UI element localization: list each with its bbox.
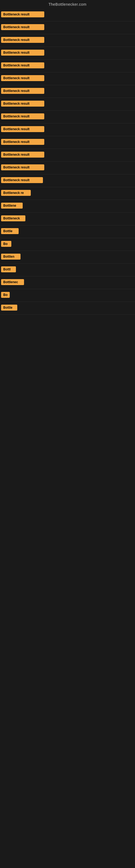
list-item: Bottlene	[0, 200, 135, 213]
bottleneck-result-badge[interactable]: Bottleneck result	[1, 139, 44, 145]
bottleneck-result-badge[interactable]: Bottleneck result	[1, 24, 44, 30]
list-item: Bottleneck result	[0, 98, 135, 111]
bottleneck-result-badge[interactable]: Bottleneck result	[1, 126, 44, 132]
bottleneck-result-badge[interactable]: Bottleneck result	[1, 37, 44, 43]
bottleneck-result-badge[interactable]: Bottleneck result	[1, 164, 44, 170]
bottleneck-result-badge[interactable]: Bottlene	[1, 203, 23, 209]
bottleneck-result-badge[interactable]: Bottle	[1, 305, 17, 311]
list-item: Bottleneck result	[0, 111, 135, 123]
list-item: Bottlen	[0, 251, 135, 264]
bottleneck-result-badge[interactable]: Bottleneck result	[1, 177, 43, 183]
bottleneck-result-badge[interactable]: Bottleneck result	[1, 11, 44, 18]
site-title: TheBottlenecker.com	[0, 0, 135, 9]
list-item: Bottleneck result	[0, 123, 135, 136]
bottleneck-result-badge[interactable]: Bottleneck result	[1, 75, 44, 81]
list-item: Bottleneck result	[0, 162, 135, 175]
bottleneck-result-badge[interactable]: Bottleneck result	[1, 101, 44, 106]
bottleneck-result-badge[interactable]: Bottleneck result	[1, 50, 44, 56]
list-item: Bottleneck result	[0, 60, 135, 72]
list-item: Bottl	[0, 264, 135, 276]
list-item: Bottleneck result	[0, 47, 135, 60]
list-item: Bo	[0, 238, 135, 251]
bottleneck-result-badge[interactable]: Bottlenec	[1, 279, 24, 285]
list-item: Bottleneck result	[0, 85, 135, 98]
bottleneck-result-badge[interactable]: Bottleneck	[1, 215, 26, 221]
list-item: Bottle	[0, 225, 135, 238]
list-item: Bottleneck result	[0, 72, 135, 85]
bottleneck-result-badge[interactable]: Bottleneck re	[1, 190, 31, 196]
list-item: Bottleneck result	[0, 34, 135, 47]
list-item: Bottle	[0, 302, 135, 315]
list-item: Bottleneck result	[0, 175, 135, 187]
bottleneck-result-badge[interactable]: Bottleneck result	[1, 88, 44, 94]
list-item: Bottleneck re	[0, 187, 135, 200]
bottleneck-result-badge[interactable]: Bo	[1, 292, 10, 298]
list-item: Bottleneck result	[0, 9, 135, 22]
list-item: Bottleneck	[0, 213, 135, 225]
bottleneck-result-badge[interactable]: Bottle	[1, 228, 18, 234]
rows-container: Bottleneck resultBottleneck resultBottle…	[0, 9, 135, 315]
bottleneck-result-badge[interactable]: Bottleneck result	[1, 113, 44, 119]
bottleneck-result-badge[interactable]: Bottlen	[1, 254, 20, 259]
bottleneck-result-badge[interactable]: Bottl	[1, 267, 16, 272]
list-item: Bottleneck result	[0, 22, 135, 34]
list-item: Bottlenec	[0, 276, 135, 289]
list-item: Bottleneck result	[0, 149, 135, 162]
page-wrapper: TheBottlenecker.com Bottleneck resultBot…	[0, 0, 135, 315]
bottleneck-result-badge[interactable]: Bottleneck result	[1, 152, 44, 158]
list-item: Bo	[0, 289, 135, 302]
bottleneck-result-badge[interactable]: Bo	[1, 241, 11, 247]
list-item: Bottleneck result	[0, 136, 135, 149]
bottleneck-result-badge[interactable]: Bottleneck result	[1, 62, 44, 68]
